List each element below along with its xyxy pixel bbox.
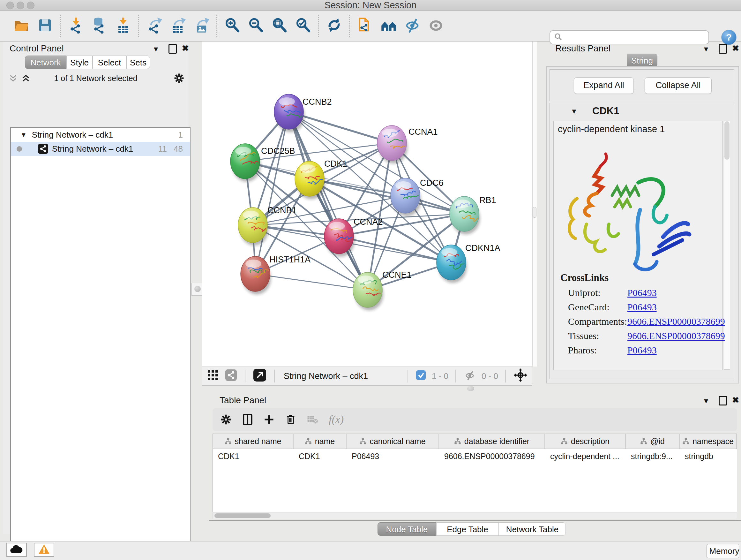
export-table-icon[interactable] xyxy=(170,17,186,35)
tab-network[interactable]: Network xyxy=(25,56,66,69)
tab-edge-table[interactable]: Edge Table xyxy=(436,522,499,536)
column-header-database-identifier[interactable]: database identifier xyxy=(439,434,545,449)
results-panel-menu-arrow-icon[interactable]: ▾ xyxy=(704,44,708,54)
export-image-icon[interactable] xyxy=(193,17,210,35)
column-header-canonical-name[interactable]: canonical name xyxy=(347,434,439,449)
expand-all-button[interactable]: Expand All xyxy=(574,77,634,94)
network-node-CDC25B[interactable] xyxy=(230,144,261,182)
fit-content-crosshair-icon[interactable] xyxy=(514,368,527,384)
selected-checkbox-icon[interactable] xyxy=(416,370,426,382)
network-node-CCNA2[interactable] xyxy=(324,219,354,257)
tab-node-table[interactable]: Node Table xyxy=(378,522,436,536)
results-panel-title: Results Panel xyxy=(555,44,610,54)
table-panel-menu-arrow-icon[interactable]: ▾ xyxy=(704,396,708,406)
network-node-CCNB2[interactable] xyxy=(274,94,305,132)
import-table-file-icon[interactable] xyxy=(115,17,131,35)
search-field[interactable] xyxy=(549,30,709,44)
column-header-shared-name[interactable]: shared name xyxy=(213,434,293,449)
tab-sets[interactable]: Sets xyxy=(126,56,150,69)
hide-selected-icon[interactable] xyxy=(404,17,421,35)
control-panel-float-icon[interactable] xyxy=(169,44,177,54)
import-network-database-icon[interactable] xyxy=(91,17,108,35)
delete-column-icon[interactable] xyxy=(285,413,296,426)
network-collection-row[interactable]: ▼ String Network – cdk1 1 xyxy=(11,128,190,142)
show-all-icon[interactable] xyxy=(428,17,444,35)
memory-button[interactable]: Memory xyxy=(706,544,739,558)
node-label-CCNB2: CCNB2 xyxy=(302,97,332,107)
network-edge[interactable] xyxy=(255,274,367,290)
add-column-icon[interactable] xyxy=(264,414,274,425)
network-node-HIST1H1A[interactable] xyxy=(241,256,271,294)
help-button[interactable]: ? xyxy=(721,30,737,45)
bottom-splitter-handle[interactable] xyxy=(467,386,474,391)
table-panel-close-icon[interactable]: ✖ xyxy=(732,395,739,405)
crosslink-link[interactable]: P06493 xyxy=(627,345,657,356)
tab-select[interactable]: Select xyxy=(92,56,126,69)
hidden-eye-slash-icon[interactable] xyxy=(464,369,475,383)
table-row[interactable]: CDK1CDK1P064939606.ENSP00000378699cyclin… xyxy=(213,449,737,463)
crosslink-link[interactable]: 9606.ENSP00000378699 xyxy=(627,316,725,327)
import-network-file-icon[interactable] xyxy=(68,17,84,35)
zoom-out-icon[interactable] xyxy=(248,17,264,35)
network-edge[interactable] xyxy=(339,236,451,262)
crosslink-link[interactable]: 9606.ENSP00000378699 xyxy=(627,330,725,341)
network-splitter-pill[interactable] xyxy=(533,207,536,218)
zoom-in-icon[interactable] xyxy=(224,17,241,35)
network-node-CCNB1[interactable] xyxy=(238,207,268,246)
column-header-name[interactable]: name xyxy=(293,434,347,449)
string-view-badge-icon[interactable] xyxy=(225,369,237,383)
table-panel-float-icon[interactable] xyxy=(719,396,727,406)
collapse-all-button[interactable]: Collapse All xyxy=(645,77,712,94)
results-panel-close-icon[interactable]: ✖ xyxy=(732,44,739,53)
network-node-CCNA1[interactable] xyxy=(377,125,408,164)
control-panel-menu-arrow-icon[interactable]: ▾ xyxy=(154,44,158,54)
network-edge-count: 48 xyxy=(174,144,183,154)
collection-expand-arrow-icon[interactable]: ▼ xyxy=(20,131,27,138)
new-network-from-selection-icon[interactable] xyxy=(357,17,374,35)
zoom-fit-icon[interactable] xyxy=(271,17,288,35)
node-label-CDKN1A: CDKN1A xyxy=(465,243,500,253)
current-network-dot-icon xyxy=(17,146,22,152)
tab-network-table[interactable]: Network Table xyxy=(499,522,566,536)
save-session-icon[interactable] xyxy=(37,17,53,35)
crosslink-link[interactable]: P06493 xyxy=(627,302,657,313)
cloud-tasks-button[interactable] xyxy=(6,543,27,557)
zoom-selected-icon[interactable] xyxy=(295,17,312,35)
export-network-icon[interactable] xyxy=(146,17,162,35)
node-label-CCNA2: CCNA2 xyxy=(354,217,383,227)
gene-collapse-arrow-icon[interactable]: ▼ xyxy=(570,107,578,116)
network-node-RB1[interactable] xyxy=(450,196,480,234)
show-columns-icon[interactable] xyxy=(243,413,253,426)
column-header-description[interactable]: description xyxy=(545,434,626,449)
table-settings-gear-icon[interactable] xyxy=(220,414,232,425)
search-input[interactable] xyxy=(565,32,704,43)
network-node-CDK1[interactable] xyxy=(295,161,325,199)
results-panel-float-icon[interactable] xyxy=(719,44,727,54)
crosslink-link[interactable]: P06493 xyxy=(627,287,657,298)
results-scrollbar-thumb[interactable] xyxy=(724,121,730,160)
network-row[interactable]: String Network – cdk1 11 48 xyxy=(11,142,190,156)
detach-view-icon[interactable] xyxy=(253,369,266,384)
column-header-namespace[interactable]: namespace xyxy=(680,434,737,449)
table-cell: cyclin-dependent ... xyxy=(545,449,626,463)
network-options-gear-icon[interactable] xyxy=(174,73,185,85)
network-name: String Network – cdk1 xyxy=(52,144,133,154)
node-label-RB1: RB1 xyxy=(479,195,496,205)
first-neighbors-icon[interactable] xyxy=(381,17,397,35)
open-session-icon[interactable] xyxy=(13,17,30,35)
show-grid-icon[interactable] xyxy=(207,370,218,383)
window-title: Session: New Session xyxy=(0,0,741,10)
tab-string[interactable]: String xyxy=(627,54,657,67)
warnings-button[interactable] xyxy=(34,543,54,557)
collection-count: 1 xyxy=(179,130,183,140)
column-header-@id[interactable]: @id xyxy=(626,434,680,449)
table-panel-title: Table Panel xyxy=(219,395,266,406)
network-node-CDKN1A[interactable] xyxy=(436,245,467,283)
tab-style[interactable]: Style xyxy=(66,56,92,69)
network-node-CCNE1[interactable] xyxy=(353,272,383,310)
network-canvas[interactable]: CCNB2CCNA1CDC25BCDK1CDC6RB1CCNB1CCNA2CDK… xyxy=(202,42,532,367)
table-hscrollbar-thumb[interactable] xyxy=(214,513,271,518)
control-panel-close-icon[interactable]: ✖ xyxy=(182,44,189,53)
apply-preferred-layout-icon[interactable] xyxy=(326,17,342,35)
table-hscrollbar-track[interactable] xyxy=(212,512,737,519)
